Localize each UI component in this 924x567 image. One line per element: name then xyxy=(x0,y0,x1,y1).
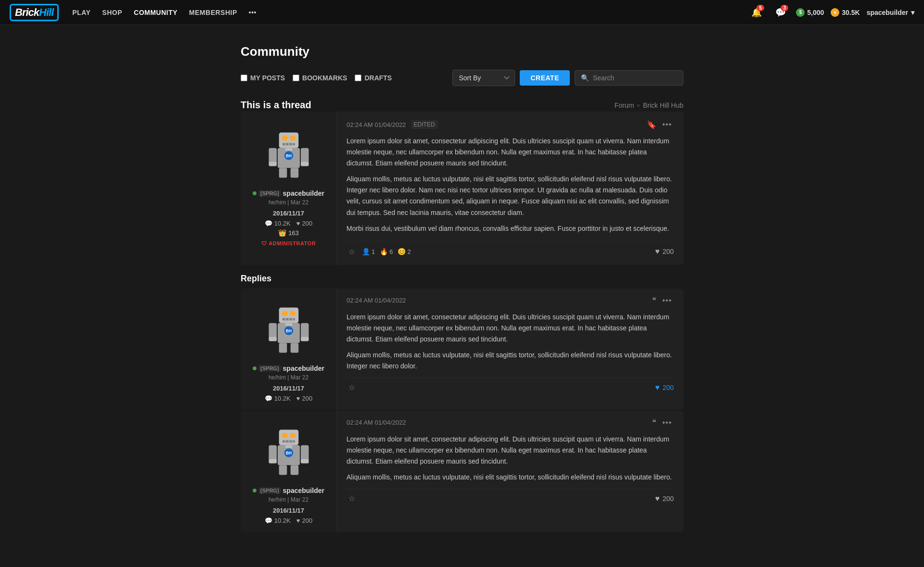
svg-rect-35 xyxy=(279,429,298,445)
svg-rect-13 xyxy=(269,148,277,164)
bookmark-button[interactable]: 🔖 xyxy=(647,120,656,129)
reply-1-content-area: 02:24 AM 01/04/2022 ❝ ••• Lorem ipsum do… xyxy=(337,289,683,410)
logo-brick: Brick xyxy=(15,6,39,19)
bookmarks-filter[interactable]: BOOKMARKS xyxy=(293,74,347,82)
reply-2-user-tag: [SPRG] xyxy=(258,487,281,494)
drafts-label: DRAFTS xyxy=(364,74,392,82)
nav-more[interactable]: ••• xyxy=(249,9,257,16)
crown-count: 163 xyxy=(288,229,299,237)
nav-shop[interactable]: SHOP xyxy=(102,9,122,16)
thread-header: This is a thread Forum » Brick Hill Hub xyxy=(241,100,683,111)
replies-title: Replies xyxy=(241,274,683,284)
my-posts-label: MY POSTS xyxy=(250,74,285,82)
page-title: Community xyxy=(241,44,683,59)
breadcrumb-forum[interactable]: Forum xyxy=(615,101,634,109)
nav-membership[interactable]: MEMBERSHIP xyxy=(189,9,237,16)
nav-community[interactable]: COMMUNITY xyxy=(134,9,178,16)
reply-2-more-button[interactable]: ••• xyxy=(660,417,674,428)
drafts-filter[interactable]: DRAFTS xyxy=(355,74,392,82)
svg-rect-46 xyxy=(290,465,298,475)
svg-rect-28 xyxy=(279,343,287,353)
drafts-checkbox[interactable] xyxy=(355,75,361,81)
my-posts-filter[interactable]: MY POSTS xyxy=(241,74,285,82)
bucks-currency[interactable]: $ 5,000 xyxy=(796,8,824,17)
like-heart-icon: ♥ xyxy=(655,247,660,256)
heart-icon: ♥ xyxy=(296,220,300,227)
svg-rect-23 xyxy=(288,318,290,320)
svg-rect-31 xyxy=(300,323,308,339)
breadcrumb-hub[interactable]: Brick Hill Hub xyxy=(643,101,683,109)
logo[interactable]: BrickHill xyxy=(10,4,59,21)
reply-2-quote-button[interactable]: ❝ xyxy=(652,418,656,427)
bookmarks-checkbox[interactable] xyxy=(293,75,299,81)
svg-rect-14 xyxy=(300,148,308,164)
svg-rect-30 xyxy=(269,323,277,339)
reply-1-more-button[interactable]: ••• xyxy=(660,295,674,306)
reply-1-heart-icon: ♥ xyxy=(296,395,300,402)
reply-2-meta-left: 02:24 AM 01/04/2022 xyxy=(346,419,406,426)
svg-rect-42 xyxy=(285,445,292,448)
reply-2-star-button[interactable]: ☆ xyxy=(346,493,357,504)
search-icon: 🔍 xyxy=(581,74,589,82)
more-options-button[interactable]: ••• xyxy=(660,119,674,130)
navbar: BrickHill PLAY SHOP COMMUNITY MEMBERSHIP… xyxy=(0,0,924,25)
bucks-value: 5,000 xyxy=(807,9,824,16)
nav-play[interactable]: PLAY xyxy=(72,9,90,16)
svg-rect-25 xyxy=(285,323,292,326)
reply-sidebar-2: BH [SPRG] spacebuilder he/him | Ma xyxy=(241,411,337,532)
coins-currency[interactable]: ● 30.5K xyxy=(831,8,860,17)
svg-rect-47 xyxy=(269,445,277,461)
reply-1-comments-icon: 💬 xyxy=(265,395,272,402)
reply-2-content-area: 02:24 AM 01/04/2022 ❝ ••• Lorem ipsum do… xyxy=(337,411,683,532)
reply-2-username[interactable]: spacebuilder xyxy=(283,487,324,494)
reply-sidebar-1: BH [SPRG] spacebuilder he/him | Ma xyxy=(241,289,337,410)
reply-2-comments-stat: 💬 10.2K xyxy=(265,517,291,524)
reaction-2[interactable]: 🔥 6 xyxy=(380,248,393,255)
username-label: spacebuilder xyxy=(867,9,908,16)
svg-rect-33 xyxy=(300,337,308,341)
post-like-count[interactable]: ♥ 200 xyxy=(655,247,674,256)
post-footer: ☆ 👤 1 🔥 6 😊 2 xyxy=(346,241,674,257)
notifications-button[interactable]: 🔔 5 xyxy=(748,4,765,21)
reply-1-username-badge: [SPRG] spacebuilder xyxy=(253,365,324,372)
reaction-3-count: 2 xyxy=(407,248,411,255)
reply-2-user-stats: 💬 10.2K ♥ 200 xyxy=(265,517,312,524)
svg-rect-6 xyxy=(288,143,290,146)
checkbox-group: MY POSTS BOOKMARKS DRAFTS xyxy=(241,74,392,82)
reply-1-user-stats: 💬 10.2K ♥ 200 xyxy=(265,395,312,402)
user-menu[interactable]: spacebuilder ▾ xyxy=(867,9,914,16)
svg-text:BH: BH xyxy=(286,153,292,158)
svg-rect-19 xyxy=(282,311,287,315)
svg-rect-39 xyxy=(284,440,286,442)
svg-rect-49 xyxy=(269,459,277,463)
reaction-1[interactable]: 👤 1 xyxy=(362,248,375,255)
reply-1-comments-stat: 💬 10.2K xyxy=(265,395,291,402)
reply-2-like-count[interactable]: ♥ 200 xyxy=(655,494,674,503)
my-posts-checkbox[interactable] xyxy=(241,75,247,81)
reply-1-meta: 02:24 AM 01/04/2022 ❝ ••• xyxy=(346,295,674,306)
post-crown-row: 👑 163 xyxy=(278,229,299,237)
reply-1-timestamp: 02:24 AM 01/04/2022 xyxy=(346,297,406,304)
reply-1-comments-count: 10.2K xyxy=(274,395,291,402)
reply-1-quote-button[interactable]: ❝ xyxy=(652,296,656,305)
star-button[interactable]: ☆ xyxy=(346,246,357,257)
breadcrumb: Forum » Brick Hill Hub xyxy=(615,101,683,109)
reply-1-pronouns: he/him | Mar 22 xyxy=(269,374,308,381)
user-tag: [SPRG] xyxy=(258,190,281,197)
svg-rect-24 xyxy=(291,318,294,320)
reaction-3[interactable]: 😊 2 xyxy=(398,248,411,255)
reply-1-star-button[interactable]: ☆ xyxy=(346,382,357,393)
post-comments-stat: 💬 10.2K xyxy=(265,220,291,227)
search-input[interactable] xyxy=(593,74,677,82)
reply-1-like-count[interactable]: ♥ 200 xyxy=(655,383,674,392)
messages-button[interactable]: 💬 3 xyxy=(772,4,789,21)
create-button[interactable]: CREATE xyxy=(520,70,570,86)
reply-2-meta-right: ❝ ••• xyxy=(652,417,674,428)
reply-1-like-number: 200 xyxy=(663,384,674,391)
comments-count: 10.2K xyxy=(274,220,291,227)
post-username[interactable]: spacebuilder xyxy=(283,189,324,197)
sort-select[interactable]: Sort By Newest Oldest Most Popular xyxy=(452,70,515,86)
dots-icon: ••• xyxy=(662,120,672,128)
reply-1-username[interactable]: spacebuilder xyxy=(283,365,324,372)
reply-2-comments-count: 10.2K xyxy=(274,517,291,524)
